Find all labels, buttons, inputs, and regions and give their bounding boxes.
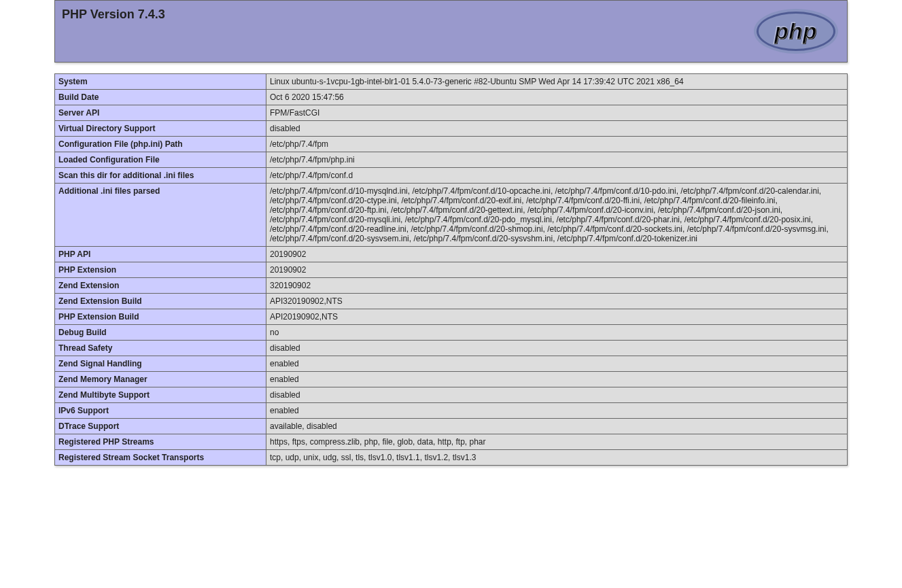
config-key: Registered Stream Socket Transports bbox=[55, 450, 266, 466]
table-row: Configuration File (php.ini) Path/etc/ph… bbox=[55, 137, 848, 152]
config-value: API20190902,NTS bbox=[266, 309, 848, 325]
php-logo-icon: php php bbox=[752, 7, 840, 55]
table-row: Virtual Directory Supportdisabled bbox=[55, 121, 848, 137]
config-value: API320190902,NTS bbox=[266, 294, 848, 309]
config-value: disabled bbox=[266, 387, 848, 403]
config-key: Registered PHP Streams bbox=[55, 434, 266, 450]
config-key: DTrace Support bbox=[55, 419, 266, 434]
config-key: Zend Extension Build bbox=[55, 294, 266, 309]
table-row: IPv6 Supportenabled bbox=[55, 403, 848, 419]
config-value: tcp, udp, unix, udg, ssl, tls, tlsv1.0, … bbox=[266, 450, 848, 466]
config-key: IPv6 Support bbox=[55, 403, 266, 419]
table-row: Zend Extension320190902 bbox=[55, 278, 848, 294]
config-value: 20190902 bbox=[266, 262, 848, 278]
table-row: Registered PHP Streamshttps, ftps, compr… bbox=[55, 434, 848, 450]
config-value: Oct 6 2020 15:47:56 bbox=[266, 90, 848, 105]
table-row: Zend Memory Managerenabled bbox=[55, 372, 848, 387]
svg-text:php: php bbox=[774, 18, 816, 44]
config-value: enabled bbox=[266, 356, 848, 372]
config-key: Zend Signal Handling bbox=[55, 356, 266, 372]
table-row: Registered Stream Socket Transportstcp, … bbox=[55, 450, 848, 466]
table-row: Zend Multibyte Supportdisabled bbox=[55, 387, 848, 403]
config-value: https, ftps, compress.zlib, php, file, g… bbox=[266, 434, 848, 450]
table-row: Thread Safetydisabled bbox=[55, 341, 848, 356]
config-value: FPM/FastCGI bbox=[266, 105, 848, 121]
config-key: Thread Safety bbox=[55, 341, 266, 356]
config-key: Virtual Directory Support bbox=[55, 121, 266, 137]
config-key: Scan this dir for additional .ini files bbox=[55, 168, 266, 184]
table-row: Server APIFPM/FastCGI bbox=[55, 105, 848, 121]
config-value: Linux ubuntu-s-1vcpu-1gb-intel-blr1-01 5… bbox=[266, 74, 848, 90]
config-key: PHP API bbox=[55, 247, 266, 262]
config-key: Zend Multibyte Support bbox=[55, 387, 266, 403]
table-row: Zend Signal Handlingenabled bbox=[55, 356, 848, 372]
config-key: Build Date bbox=[55, 90, 266, 105]
table-row: Additional .ini files parsed/etc/php/7.4… bbox=[55, 184, 848, 247]
table-row: Zend Extension BuildAPI320190902,NTS bbox=[55, 294, 848, 309]
config-value: /etc/php/7.4/fpm/conf.d bbox=[266, 168, 848, 184]
table-row: Loaded Configuration File/etc/php/7.4/fp… bbox=[55, 152, 848, 168]
config-key: Server API bbox=[55, 105, 266, 121]
config-value: no bbox=[266, 325, 848, 341]
table-row: PHP API20190902 bbox=[55, 247, 848, 262]
config-value: 20190902 bbox=[266, 247, 848, 262]
config-key: System bbox=[55, 74, 266, 90]
config-value: enabled bbox=[266, 372, 848, 387]
config-value: disabled bbox=[266, 121, 848, 137]
config-key: Configuration File (php.ini) Path bbox=[55, 137, 266, 152]
config-value: /etc/php/7.4/fpm bbox=[266, 137, 848, 152]
table-row: PHP Extension BuildAPI20190902,NTS bbox=[55, 309, 848, 325]
config-key: PHP Extension Build bbox=[55, 309, 266, 325]
config-value: /etc/php/7.4/fpm/conf.d/10-mysqlnd.ini, … bbox=[266, 184, 848, 247]
config-key: Debug Build bbox=[55, 325, 266, 341]
config-key: PHP Extension bbox=[55, 262, 266, 278]
table-row: Scan this dir for additional .ini files/… bbox=[55, 168, 848, 184]
table-row: Build DateOct 6 2020 15:47:56 bbox=[55, 90, 848, 105]
page-title: PHP Version 7.4.3 bbox=[62, 7, 840, 22]
phpinfo-table: SystemLinux ubuntu-s-1vcpu-1gb-intel-blr… bbox=[54, 73, 848, 466]
config-value: disabled bbox=[266, 341, 848, 356]
config-value: enabled bbox=[266, 403, 848, 419]
config-key: Additional .ini files parsed bbox=[55, 184, 266, 247]
table-row: SystemLinux ubuntu-s-1vcpu-1gb-intel-blr… bbox=[55, 74, 848, 90]
config-key: Loaded Configuration File bbox=[55, 152, 266, 168]
config-value: available, disabled bbox=[266, 419, 848, 434]
config-value: /etc/php/7.4/fpm/php.ini bbox=[266, 152, 848, 168]
table-row: PHP Extension20190902 bbox=[55, 262, 848, 278]
config-key: Zend Memory Manager bbox=[55, 372, 266, 387]
table-row: Debug Buildno bbox=[55, 325, 848, 341]
config-value: 320190902 bbox=[266, 278, 848, 294]
table-row: DTrace Supportavailable, disabled bbox=[55, 419, 848, 434]
config-key: Zend Extension bbox=[55, 278, 266, 294]
